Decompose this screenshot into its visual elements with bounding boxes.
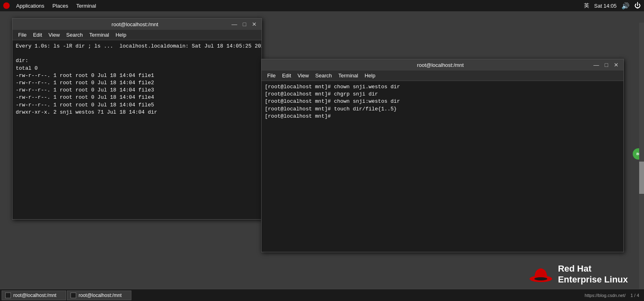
top-bar-left: Applications Places Terminal bbox=[3, 2, 99, 10]
taskbar-page-indicator: 1 / 4 bbox=[631, 293, 639, 298]
scrollbar-thumb[interactable] bbox=[639, 162, 644, 194]
terminal2-view-menu[interactable]: View bbox=[295, 72, 311, 79]
terminal2-titlebar: root@localhost:/mnt — □ ✕ bbox=[262, 59, 623, 71]
svg-point-1 bbox=[534, 277, 547, 280]
taskbar-label-1: root@localhost:/mnt bbox=[13, 293, 56, 298]
terminal2-menubar: File Edit View Search Terminal Help bbox=[262, 71, 623, 81]
taskbar-label-2: root@localhost:/mnt bbox=[79, 293, 122, 298]
terminal1-search-menu[interactable]: Search bbox=[64, 31, 85, 39]
terminal2-title: root@localhost:/mnt bbox=[289, 62, 592, 68]
terminal2-content: [root@localhost mnt]# chown snji.westos … bbox=[262, 81, 623, 252]
terminal1-minimize-button[interactable]: — bbox=[230, 21, 239, 27]
top-menubar: Applications Places Terminal 英 Sat 14:05… bbox=[0, 0, 644, 11]
taskbar-icon-1 bbox=[5, 293, 11, 298]
terminal1-menubar: File Edit View Search Terminal Help bbox=[12, 30, 262, 40]
terminal2-file-menu[interactable]: File bbox=[265, 72, 278, 79]
redhat-text: Red Hat Enterprise Linux bbox=[558, 264, 628, 285]
redhat-logo-icon bbox=[529, 264, 553, 284]
terminal2-terminal-menu[interactable]: Terminal bbox=[336, 72, 361, 79]
terminal1-help-menu[interactable]: Help bbox=[113, 31, 129, 39]
right-scrollbar[interactable] bbox=[639, 23, 644, 301]
terminal1-edit-menu[interactable]: Edit bbox=[31, 31, 44, 39]
desktop: root@localhost:/mnt — □ ✕ File Edit View… bbox=[0, 11, 644, 301]
places-menu[interactable]: Places bbox=[49, 2, 71, 10]
clock: Sat 14:05 bbox=[594, 3, 617, 9]
terminal1-title: root@localhost:/mnt bbox=[40, 21, 230, 27]
terminal2-edit-menu[interactable]: Edit bbox=[280, 72, 293, 79]
taskbar-url: https://blog.csdn.net/ bbox=[585, 293, 626, 298]
terminal-window-1: root@localhost:/mnt — □ ✕ File Edit View… bbox=[12, 18, 262, 220]
terminal1-controls: — □ ✕ bbox=[230, 21, 258, 27]
volume-icon[interactable]: 🔊 bbox=[621, 2, 629, 10]
terminal-menu[interactable]: Terminal bbox=[73, 2, 99, 10]
language-indicator: 英 bbox=[584, 2, 589, 9]
terminal1-titlebar: root@localhost:/mnt — □ ✕ bbox=[12, 19, 262, 30]
redhat-line1: Red Hat bbox=[558, 264, 628, 274]
taskbar-icon-2 bbox=[71, 293, 76, 298]
terminal2-minimize-button[interactable]: — bbox=[592, 62, 601, 68]
taskbar: root@localhost:/mnt root@localhost:/mnt … bbox=[0, 289, 644, 301]
terminal1-content: Every 1.0s: ls -lR dir ; ls ... localhos… bbox=[12, 40, 262, 219]
terminal2-search-menu[interactable]: Search bbox=[313, 72, 334, 79]
terminal1-view-menu[interactable]: View bbox=[46, 31, 62, 39]
terminal-window-2: root@localhost:/mnt — □ ✕ File Edit View… bbox=[261, 59, 624, 252]
taskbar-right: https://blog.csdn.net/ 1 / 4 bbox=[585, 293, 642, 298]
applications-menu[interactable]: Applications bbox=[13, 2, 48, 10]
redhat-line2: Enterprise Linux bbox=[558, 274, 628, 285]
terminal1-maximize-button[interactable]: □ bbox=[241, 21, 248, 27]
taskbar-item-1[interactable]: root@localhost:/mnt bbox=[2, 291, 66, 300]
terminal2-maximize-button[interactable]: □ bbox=[603, 62, 610, 68]
redhat-branding: Red Hat Enterprise Linux bbox=[529, 264, 628, 285]
terminal2-close-button[interactable]: ✕ bbox=[612, 62, 620, 68]
redhat-logo-icon bbox=[3, 2, 10, 9]
terminal2-help-menu[interactable]: Help bbox=[362, 72, 378, 79]
terminal1-terminal-menu[interactable]: Terminal bbox=[87, 31, 112, 39]
power-icon[interactable]: ⏻ bbox=[634, 2, 641, 9]
terminal1-file-menu[interactable]: File bbox=[16, 31, 29, 39]
taskbar-item-2[interactable]: root@localhost:/mnt bbox=[67, 291, 131, 300]
top-bar-right: 英 Sat 14:05 🔊 ⏻ bbox=[584, 2, 641, 10]
terminal2-controls: — □ ✕ bbox=[592, 62, 620, 68]
terminal1-close-button[interactable]: ✕ bbox=[250, 21, 258, 27]
